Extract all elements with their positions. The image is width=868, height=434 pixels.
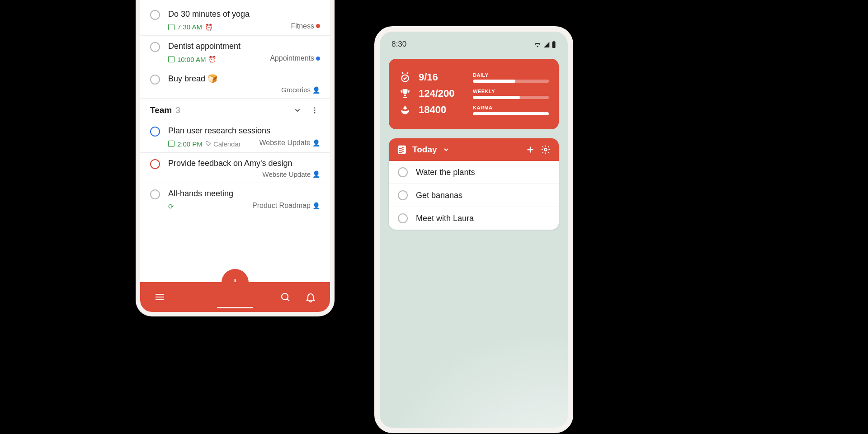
calendar-icon	[168, 141, 175, 147]
stat-value: 9/16	[419, 71, 466, 83]
person-icon: 👤	[312, 170, 320, 178]
home-indicator	[217, 307, 253, 308]
calendar-icon	[168, 24, 175, 30]
task-tag[interactable]: Appointments	[270, 54, 320, 62]
task-label: Calendar	[213, 140, 241, 148]
recurring-icon: ⟳	[168, 203, 174, 211]
widget-task[interactable]: Meet with Laura	[389, 207, 559, 230]
status-icons	[533, 41, 556, 48]
svg-point-5	[314, 112, 316, 113]
task-item[interactable]: Provide feedback on Amy's design Website…	[140, 153, 330, 183]
stat-weekly: 124/200 WEEKLY	[399, 88, 549, 99]
chevron-down-icon[interactable]	[292, 105, 303, 116]
trophy-icon	[399, 88, 411, 99]
task-title: Do 30 minutes of yoga	[168, 9, 320, 19]
stat-value: 18400	[419, 104, 466, 116]
search-icon[interactable]	[279, 291, 291, 303]
stat-daily: 9/16 DAILY	[399, 71, 549, 83]
widget-task[interactable]: Water the plants	[389, 161, 559, 184]
task-item[interactable]: All-hands meeting ⟳ Product Roadmap 👤	[140, 183, 330, 215]
task-title: Get bananas	[416, 191, 462, 200]
signal-icon	[543, 41, 550, 47]
task-title: Water the plants	[416, 168, 475, 177]
add-icon[interactable]	[525, 145, 535, 155]
more-icon[interactable]	[309, 105, 320, 116]
battery-icon	[552, 41, 556, 48]
task-checkbox[interactable]	[150, 189, 160, 199]
menu-icon[interactable]	[154, 291, 165, 303]
target-icon	[399, 71, 411, 83]
task-tag[interactable]: Groceries 👤	[281, 86, 320, 94]
progress-bar	[473, 96, 520, 99]
task-checkbox[interactable]	[150, 42, 160, 52]
task-tag[interactable]: Website Update 👤	[263, 170, 320, 178]
widget-list: Water the plants Get bananas Meet with L…	[389, 161, 559, 230]
task-checkbox[interactable]	[398, 213, 408, 223]
section-title: Team	[150, 105, 172, 115]
karma-icon	[399, 104, 411, 116]
task-tag[interactable]: Product Roadmap 👤	[252, 202, 320, 210]
stat-label: KARMA	[473, 105, 549, 110]
person-icon: 👤	[312, 139, 320, 146]
svg-line-12	[287, 299, 289, 301]
section-header-team[interactable]: Team 3	[140, 99, 330, 120]
stat-label: DAILY	[473, 72, 549, 78]
task-list: Personal 5 Do 30 minutes of yoga 7:30 AM…	[140, 0, 330, 256]
stat-label: WEEKLY	[473, 89, 549, 94]
bell-icon[interactable]	[305, 291, 316, 303]
task-time: 2:00 PM	[177, 140, 203, 148]
widget-header[interactable]: Today	[389, 138, 559, 161]
phone-todo-app: Personal 5 Do 30 minutes of yoga 7:30 AM…	[136, 0, 335, 316]
phone-widget-home: 8:30 9/16 DAILY 124/200 WEEKLY	[374, 26, 573, 433]
svg-point-11	[282, 293, 288, 300]
task-item[interactable]: Buy bread 🍞 Groceries 👤	[140, 68, 330, 99]
task-title: Buy bread 🍞	[168, 74, 320, 84]
task-title: Meet with Laura	[416, 214, 474, 223]
status-time: 8:30	[392, 40, 406, 49]
task-title: Plan user research sessions	[168, 126, 320, 136]
progress-bar	[473, 112, 549, 115]
chevron-down-icon[interactable]	[443, 146, 450, 153]
widget-title: Today	[412, 145, 437, 155]
alarm-icon: ⏰	[205, 24, 212, 31]
task-title: Provide feedback on Amy's design	[168, 158, 320, 169]
label-icon	[205, 141, 212, 147]
task-tag[interactable]: Fitness	[291, 22, 320, 30]
task-checkbox[interactable]	[150, 127, 160, 137]
svg-point-4	[314, 110, 316, 111]
widget-task[interactable]: Get bananas	[389, 184, 559, 207]
svg-rect-14	[553, 41, 555, 42]
section-header-personal[interactable]: Personal 5	[140, 0, 330, 4]
productivity-widget[interactable]: 9/16 DAILY 124/200 WEEKLY 18400 KARMA	[389, 59, 559, 129]
alarm-icon: ⏰	[208, 56, 216, 63]
task-checkbox[interactable]	[150, 75, 160, 85]
task-checkbox[interactable]	[398, 190, 408, 200]
task-checkbox[interactable]	[150, 10, 160, 20]
task-item[interactable]: Plan user research sessions 2:00 PM Cale…	[140, 120, 330, 152]
svg-rect-13	[552, 42, 555, 48]
task-item[interactable]: Dentist appointment 10:00 AM ⏰ Appointme…	[140, 36, 330, 68]
tag-dot-icon	[316, 24, 320, 28]
today-widget[interactable]: Today Water the plants Get bananas	[389, 138, 559, 230]
task-title: All-hands meeting	[168, 189, 320, 199]
wifi-icon	[533, 41, 542, 47]
task-checkbox[interactable]	[150, 159, 160, 169]
calendar-icon	[168, 56, 175, 62]
status-bar: 8:30	[380, 32, 568, 52]
stat-value: 124/200	[419, 88, 466, 99]
task-checkbox[interactable]	[398, 167, 408, 177]
task-tag[interactable]: Website Update 👤	[259, 139, 320, 147]
svg-point-19	[544, 148, 547, 151]
bottom-nav	[140, 282, 330, 312]
task-item[interactable]: Do 30 minutes of yoga 7:30 AM ⏰ Fitness	[140, 4, 330, 36]
task-time: 7:30 AM	[177, 23, 202, 31]
progress-bar	[473, 80, 515, 83]
person-icon: 👤	[312, 86, 320, 94]
tag-dot-icon	[316, 57, 320, 61]
task-time: 10:00 AM	[177, 56, 206, 63]
task-title: Dentist appointment	[168, 41, 320, 52]
gear-icon[interactable]	[541, 145, 551, 155]
svg-point-3	[314, 107, 316, 108]
stat-karma: 18400 KARMA	[399, 104, 549, 116]
person-icon: 👤	[312, 202, 320, 209]
